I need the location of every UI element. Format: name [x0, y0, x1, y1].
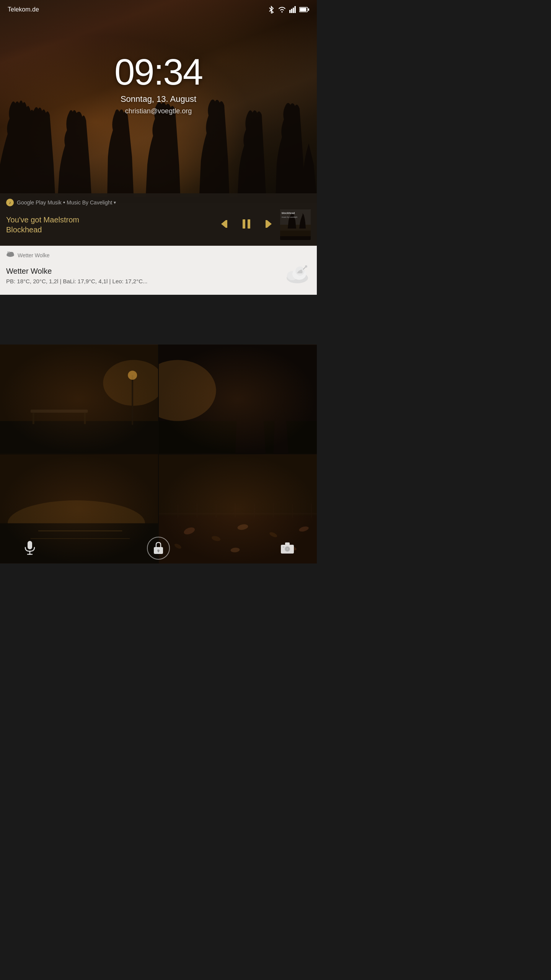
music-album-art: blockhead music by cavelight	[280, 209, 311, 240]
microphone-button[interactable]	[19, 538, 40, 559]
music-playlist: Music By Cavelight	[67, 199, 112, 206]
svg-rect-3	[31, 410, 88, 413]
svg-rect-5	[84, 413, 86, 424]
clock-email: christian@voegtle.org	[125, 107, 192, 115]
music-artist: Blockhead	[6, 225, 213, 235]
weather-notification-header: Wetter Wolke	[6, 251, 311, 260]
svg-rect-49	[266, 220, 267, 228]
google-play-music-icon	[6, 199, 14, 206]
weather-info: Wetter Wolke PB: 18°C, 20°C, 1,2l | BaLi…	[6, 267, 284, 285]
notifications-area: Google Play Musik • Music By Cavelight ▾…	[0, 193, 317, 295]
svg-rect-4	[33, 413, 34, 424]
svg-rect-45	[226, 220, 227, 228]
svg-rect-1	[0, 345, 158, 453]
status-bar: Telekom.de	[0, 0, 317, 19]
svg-rect-65	[28, 541, 32, 549]
svg-rect-70	[158, 550, 159, 552]
svg-point-58	[9, 252, 14, 256]
bottom-bar	[0, 533, 317, 564]
svg-rect-10	[159, 421, 317, 454]
svg-point-74	[286, 548, 288, 550]
wetter-wolke-icon	[6, 251, 15, 260]
carrier-label: Telekom.de	[8, 6, 39, 13]
svg-point-23	[298, 526, 309, 532]
svg-point-8	[128, 371, 137, 380]
camera-button[interactable]	[277, 538, 298, 559]
weather-title: Wetter Wolke	[6, 267, 284, 276]
music-notification[interactable]: Google Play Musik • Music By Cavelight ▾…	[0, 193, 317, 246]
clock-time: 09:34	[114, 54, 202, 90]
svg-point-64	[305, 265, 307, 268]
battery-icon	[299, 7, 309, 12]
svg-marker-44	[221, 220, 226, 228]
music-next-button[interactable]	[262, 219, 272, 231]
svg-rect-37	[289, 10, 291, 13]
svg-point-36	[282, 11, 283, 13]
music-controls	[220, 218, 272, 232]
weather-notification-icon	[284, 263, 311, 289]
weather-notification[interactable]: Wetter Wolke Wetter Wolke PB: 18°C, 20°C…	[0, 246, 317, 295]
svg-rect-46	[243, 219, 245, 229]
status-icons	[268, 6, 309, 13]
svg-rect-43	[308, 8, 309, 11]
svg-text:music by cavelight: music by cavelight	[282, 216, 297, 218]
music-pause-button[interactable]	[240, 218, 253, 232]
svg-rect-42	[300, 8, 306, 11]
svg-text:blockhead: blockhead	[282, 212, 295, 214]
svg-point-21	[237, 524, 249, 531]
weather-notification-body: Wetter Wolke PB: 18°C, 20°C, 1,2l | BaLi…	[6, 263, 311, 289]
svg-rect-47	[248, 219, 250, 229]
svg-point-11	[159, 360, 216, 421]
svg-rect-38	[291, 9, 293, 13]
weather-details: PB: 18°C, 20°C, 1,2l | BaLi: 17,9°C, 4,1…	[6, 277, 284, 285]
wifi-icon	[278, 6, 286, 13]
weather-app-name: Wetter Wolke	[18, 252, 50, 258]
signal-icon	[289, 6, 296, 13]
svg-point-6	[103, 360, 158, 406]
svg-marker-48	[267, 220, 272, 228]
music-song-title: You've got Maelstrom	[6, 215, 213, 225]
music-notification-header: Google Play Musik • Music By Cavelight ▾	[6, 199, 311, 206]
svg-rect-7	[132, 375, 133, 425]
music-dropdown-icon[interactable]: ▾	[114, 200, 116, 205]
music-notification-body: You've got Maelstrom Blockhead	[6, 209, 311, 240]
clock-area: 09:34 Sonntag, 13. August christian@voeg…	[0, 54, 317, 115]
unlock-button[interactable]	[147, 537, 170, 560]
music-info: You've got Maelstrom Blockhead	[6, 215, 213, 235]
svg-rect-39	[293, 8, 294, 13]
music-app-name: Google Play Musik	[17, 199, 62, 206]
svg-point-75	[283, 546, 284, 548]
svg-rect-2	[0, 421, 158, 454]
music-separator: •	[63, 199, 65, 206]
music-prev-button[interactable]	[220, 219, 231, 231]
svg-rect-53	[280, 236, 311, 240]
svg-rect-40	[295, 6, 296, 13]
clock-date: Sonntag, 13. August	[121, 94, 196, 104]
bluetooth-icon	[268, 6, 275, 13]
svg-rect-9	[159, 345, 317, 453]
